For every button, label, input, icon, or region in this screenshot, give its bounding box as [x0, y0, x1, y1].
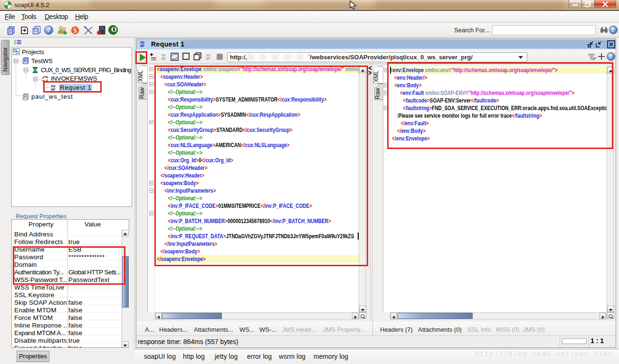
- svg-text:S: S: [73, 27, 77, 34]
